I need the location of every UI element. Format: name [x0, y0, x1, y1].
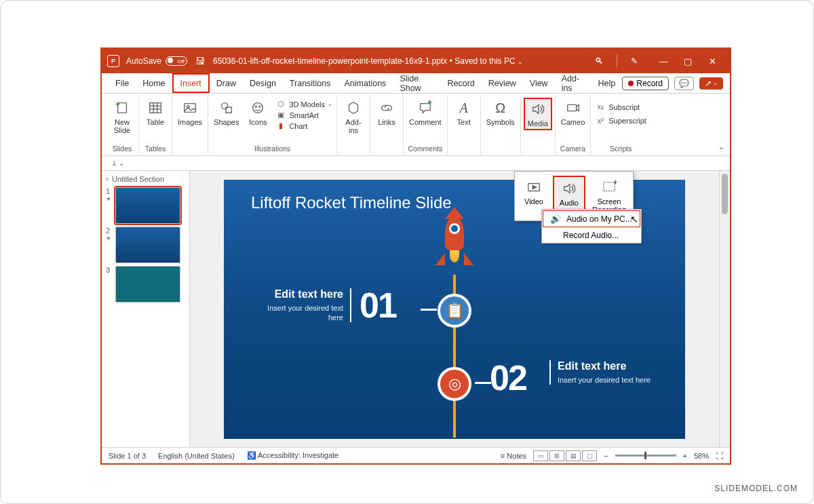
tab-help[interactable]: Help [592, 73, 623, 93]
media-icon [528, 100, 547, 118]
svg-point-13 [256, 106, 257, 107]
audio-submenu: 🔊 Audio on My PC... ↖ Record Audio... [541, 209, 642, 244]
svg-point-14 [259, 106, 260, 107]
record-button[interactable]: Record [622, 77, 669, 90]
tab-insert[interactable]: Insert [172, 73, 210, 93]
maximize-button[interactable]: ▢ [676, 56, 700, 66]
workspace: Untitled Section 1★ 2★ 3 Liftoff Rocket … [102, 171, 730, 447]
share-button[interactable]: ↗⌄ [699, 77, 723, 90]
slide-title[interactable]: Liftoff Rocket Timeline Slide [251, 193, 452, 212]
slideshow-view-icon[interactable]: ▢ [582, 450, 597, 461]
group-tables-label: Tables [145, 143, 166, 154]
tab-view[interactable]: View [523, 73, 555, 93]
accessibility-status[interactable]: ♿ Accessibility: Investigate [247, 451, 339, 460]
smartart-button[interactable]: ▣SmartArt [274, 110, 334, 120]
group-camera-label: Camera [560, 143, 585, 154]
tab-transitions[interactable]: Transitions [283, 73, 338, 93]
cameo-button[interactable]: Cameo [558, 98, 587, 128]
sorter-view-icon[interactable]: ⊞ [549, 450, 564, 461]
scrollbar-thumb[interactable] [722, 174, 728, 214]
qat-overflow-icon[interactable]: ⤓ ⌄ [111, 159, 124, 167]
smartart-icon: ▣ [275, 111, 286, 119]
superscript-button[interactable]: x²Superscript [594, 116, 648, 125]
3dmodels-button[interactable]: ⬡3D Models ⌄ [274, 99, 334, 109]
qat-row: ⤓ ⌄ [102, 156, 730, 171]
language-status[interactable]: English (United States) [158, 452, 235, 460]
svg-point-10 [221, 103, 227, 109]
slide-thumb-1[interactable] [115, 187, 180, 224]
normal-view-icon[interactable]: ▭ [533, 450, 548, 461]
slide-counter[interactable]: Slide 1 of 3 [109, 452, 146, 460]
audio-on-my-pc[interactable]: 🔊 Audio on My PC... ↖ [543, 210, 640, 227]
comments-button[interactable]: 💬 [674, 77, 694, 90]
comment-icon [416, 99, 435, 117]
tab-slideshow[interactable]: Slide Show [393, 73, 440, 93]
slide-thumb-2[interactable] [115, 227, 180, 263]
tab-record[interactable]: Record [440, 73, 481, 93]
ribbon-content: New Slide Slides Table Tables Images [102, 94, 730, 156]
minimize-button[interactable]: — [651, 56, 676, 66]
record-audio[interactable]: Record Audio... [542, 228, 641, 243]
table-button[interactable]: Table [142, 98, 169, 128]
pen-icon[interactable]: ✎ [631, 56, 638, 66]
timeline-text-2[interactable]: Edit text here Insert your desired text … [549, 360, 651, 385]
text-icon: A [454, 99, 473, 117]
table-icon [146, 99, 165, 117]
symbols-button[interactable]: Ω Symbols [484, 98, 518, 128]
speaker-icon: 🔊 [550, 214, 561, 224]
ribbon-tabs: File Home Insert Draw Design Transitions… [102, 73, 730, 94]
tab-animations[interactable]: Animations [338, 73, 393, 93]
timeline-node-2: ◎ [438, 367, 471, 401]
icons-icon [248, 99, 267, 117]
subscript-button[interactable]: x₂Subscript [594, 102, 641, 112]
vertical-scrollbar[interactable] [719, 171, 730, 447]
tab-addins[interactable]: Add-ins [555, 73, 592, 93]
autosave-toggle[interactable]: AutoSave Off [126, 56, 187, 66]
timeline-text-1[interactable]: Edit text here Insert your desired text … [256, 288, 351, 323]
svg-rect-8 [185, 104, 196, 113]
save-icon[interactable]: 🖫 [195, 56, 205, 66]
chart-icon: ▮ [275, 121, 286, 130]
tab-draw[interactable]: Draw [210, 73, 243, 93]
search-icon[interactable]: 🔍︎ [595, 56, 603, 66]
notes-button[interactable]: ≡ Notes [501, 452, 526, 460]
group-illustrations-label: Illustrations [254, 143, 290, 154]
slide-thumb-3[interactable] [115, 266, 180, 303]
close-button[interactable]: ✕ [700, 56, 724, 66]
images-button[interactable]: Images [175, 98, 205, 128]
zoom-in[interactable]: + [683, 452, 687, 460]
icons-button[interactable]: Icons [244, 98, 271, 128]
chart-button[interactable]: ▮Chart [274, 121, 334, 131]
comment-button[interactable]: Comment [406, 98, 444, 128]
text-button[interactable]: A Text [450, 98, 478, 128]
zoom-slider[interactable] [615, 454, 676, 457]
ribbon-collapse-icon[interactable]: ⌄ [718, 142, 724, 151]
svg-marker-19 [532, 185, 537, 189]
autosave-switch[interactable]: Off [166, 56, 187, 66]
new-slide-button[interactable]: New Slide [109, 98, 136, 136]
links-icon [377, 99, 396, 117]
tab-home[interactable]: Home [136, 73, 172, 93]
timeline-number-1: 01 [360, 285, 396, 326]
timeline-node-1: 📋 [438, 294, 471, 328]
section-label[interactable]: Untitled Section [106, 174, 185, 185]
app-icon: P [107, 55, 119, 67]
tab-review[interactable]: Review [482, 73, 523, 93]
zoom-out[interactable]: − [604, 452, 608, 460]
rocket-graphic [438, 216, 471, 277]
group-comments-label: Comments [408, 143, 442, 154]
group-scripts-label: Scripts [610, 143, 632, 154]
powerpoint-window: P AutoSave Off 🖫 65036-01-lift-off-rocke… [100, 47, 731, 465]
tab-file[interactable]: File [109, 73, 136, 93]
tab-design[interactable]: Design [243, 73, 283, 93]
svg-rect-3 [150, 103, 161, 113]
svg-rect-20 [604, 182, 615, 191]
zoom-value[interactable]: 58% [694, 452, 709, 460]
title-bar: P AutoSave Off 🖫 65036-01-lift-off-rocke… [102, 49, 730, 73]
media-button[interactable]: Media [524, 98, 552, 130]
fit-to-window[interactable]: ⛶ [716, 452, 723, 460]
reading-view-icon[interactable]: ▤ [566, 450, 581, 461]
shapes-button[interactable]: Shapes [211, 98, 241, 128]
addins-button[interactable]: Add- ins [340, 98, 367, 136]
links-button[interactable]: Links [373, 98, 400, 128]
